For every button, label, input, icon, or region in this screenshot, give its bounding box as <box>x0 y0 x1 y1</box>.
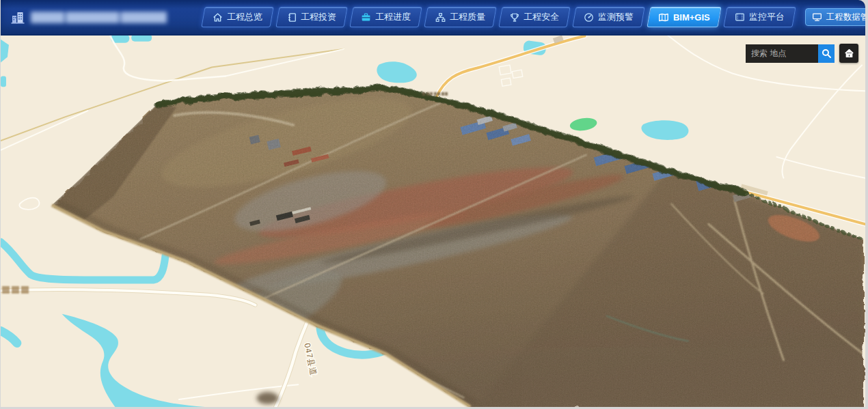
tab-monitoring-alerts[interactable]: 监测预警 <box>572 7 645 27</box>
top-navigation-bar: █████ ████████ ███████ 工程总览 工程投资 <box>1 0 865 36</box>
place-label-illegible <box>422 92 448 96</box>
home-icon <box>213 12 223 23</box>
app-title-blurred: █████ ████████ ███████ <box>31 12 167 23</box>
tab-project-data-management[interactable]: 工程数据管理 <box>805 8 865 26</box>
app-window: 047县道 <box>1 0 865 407</box>
tab-project-investment[interactable]: 工程投资 <box>275 7 347 27</box>
tab-project-quality[interactable]: 工程质量 <box>424 7 496 27</box>
tab-video-platform[interactable]: 监控平台 <box>723 7 796 27</box>
app-logo-icon <box>10 10 25 24</box>
sitemap-icon <box>435 12 446 23</box>
tab-project-overview[interactable]: 工程总览 <box>201 7 273 27</box>
tab-bim-gis[interactable]: BIM+GIS <box>647 7 721 27</box>
monitor-icon <box>812 12 822 22</box>
screenshot-frame: 047县道 <box>0 0 868 409</box>
film-icon <box>735 12 745 22</box>
home-icon <box>844 48 854 58</box>
gauge-icon <box>584 12 594 23</box>
map-icon <box>658 12 669 23</box>
search-button[interactable] <box>818 44 835 63</box>
tab-project-progress[interactable]: 工程进度 <box>349 7 422 27</box>
tab-project-safety[interactable]: 工程安全 <box>498 7 570 27</box>
search-icon <box>822 48 831 58</box>
search-input[interactable] <box>746 44 818 63</box>
road-label-illegible <box>2 286 29 294</box>
map-home-button[interactable] <box>839 44 858 63</box>
app-logo: █████ ████████ ███████ <box>10 10 203 24</box>
main-nav-tabs: 工程总览 工程投资 工程进度 <box>203 7 865 27</box>
trophy-icon <box>510 12 519 23</box>
ledger-icon <box>287 12 297 23</box>
map-canvas[interactable]: 047县道 <box>1 0 865 407</box>
briefcase-icon <box>361 12 371 22</box>
map-search-bar <box>746 44 858 63</box>
